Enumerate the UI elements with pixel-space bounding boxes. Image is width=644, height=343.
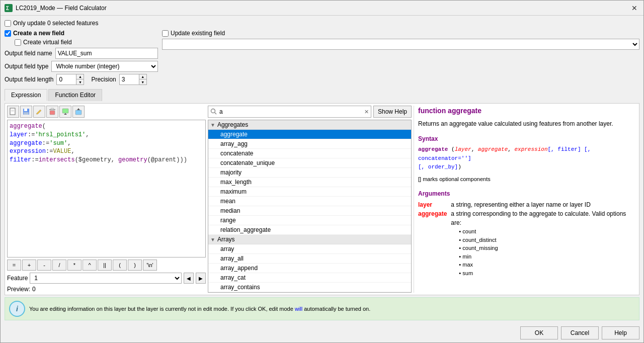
function-tree[interactable]: ▼ Aggregates aggregate array_agg concate… [208, 120, 412, 293]
load-expression-button[interactable] [59, 106, 71, 118]
expression-editor[interactable]: aggregate( layer:='hrsl_points1', aggreg… [7, 120, 206, 258]
help-button[interactable]: Help [602, 326, 639, 339]
tree-item-concatenate-unique[interactable]: concatenate_unique [208, 158, 411, 168]
save-icon [22, 108, 30, 116]
op-minus[interactable]: - [37, 260, 51, 271]
status-text-part1: You are editing information on this laye… [29, 306, 295, 312]
tree-item-array-cat[interactable]: array_cat [208, 273, 411, 283]
edit-expression-button[interactable] [33, 106, 45, 118]
tree-item-array-contains[interactable]: array_contains [208, 283, 411, 292]
spinbox-arrows-length: ▲ ▼ [76, 74, 84, 85]
opt-max: max [459, 261, 637, 269]
op-newline[interactable]: '\n' [143, 260, 157, 271]
delete-icon [48, 108, 56, 116]
help-syntax-close: ) [458, 164, 461, 170]
tree-item-concatenate[interactable]: concatenate [208, 149, 411, 158]
opt-min: min [459, 252, 637, 261]
op-equals[interactable]: = [7, 260, 21, 271]
spinbox-up-precision[interactable]: ▲ [139, 74, 146, 79]
only-update-checkbox-label[interactable]: Only update 0 selected features [5, 20, 98, 27]
arrays-items: array array_all array_append array_cat a… [208, 244, 411, 293]
expr-geom-paren: (@parent))) [147, 156, 187, 163]
arg-aggregate-desc: a string corresponding to the aggregate … [451, 209, 637, 277]
tab-function-editor[interactable]: Function Editor [48, 89, 102, 101]
spinbox-up-length[interactable]: ▲ [76, 74, 84, 79]
show-help-button[interactable]: Show Help [373, 106, 412, 118]
opt-count-distinct: count_distinct [459, 236, 637, 244]
tree-item-range[interactable]: range [208, 216, 411, 225]
close-button[interactable]: ✕ [629, 3, 639, 13]
expr-filter-func: intersects [39, 156, 75, 163]
tree-item-maximum[interactable]: maximum [208, 187, 411, 197]
tab-expression[interactable]: Expression [5, 89, 47, 101]
expr-colon2: := [42, 140, 49, 147]
expr-func-name: aggregate [10, 123, 42, 130]
svg-line-14 [215, 113, 217, 115]
tree-item-array-agg[interactable]: array_agg [208, 139, 411, 149]
expr-aggregate-param: aggregate [10, 140, 42, 147]
create-new-field-checkbox[interactable] [5, 30, 11, 37]
spinbox-down-length[interactable]: ▼ [76, 79, 84, 84]
save-expression-button[interactable] [20, 106, 32, 118]
op-close-paren[interactable]: ) [128, 260, 142, 271]
update-existing-field-label[interactable]: Update existing field [162, 30, 225, 37]
new-expression-button[interactable] [7, 106, 19, 118]
next-feature-button[interactable]: ▶ [196, 273, 206, 284]
function-panel: ✕ Show Help ▼ Aggregates aggregate array… [208, 106, 412, 293]
window-title: LC2019_Mode — Field Calculator [16, 5, 107, 12]
op-concat[interactable]: || [98, 260, 112, 271]
cancel-button[interactable]: Cancel [561, 326, 599, 339]
precision-input[interactable] [119, 74, 139, 85]
op-multiply[interactable]: * [67, 260, 82, 271]
tree-item-array[interactable]: array [208, 244, 411, 254]
help-syntax-orderby: [, order_by] [418, 164, 458, 170]
tree-item-median[interactable]: median [208, 206, 411, 216]
tree-item-array-all[interactable]: array_all [208, 254, 411, 264]
op-plus[interactable]: + [22, 260, 36, 271]
create-virtual-field-checkbox[interactable] [15, 39, 21, 46]
function-search-input[interactable] [219, 108, 363, 115]
search-input-wrap: ✕ [208, 106, 371, 118]
output-field-type-select[interactable]: Whole number (integer) [51, 61, 158, 72]
spinbox-down-precision[interactable]: ▼ [139, 79, 146, 84]
arg-layer-name: layer [418, 200, 451, 209]
tree-item-relation-aggregate[interactable]: relation_aggregate [208, 225, 411, 235]
expr-aggregate-value: 'sum' [49, 140, 67, 147]
op-open-paren[interactable]: ( [113, 260, 127, 271]
update-existing-field-checkbox[interactable] [162, 30, 169, 37]
ok-button[interactable]: OK [520, 326, 558, 339]
tree-item-max-length[interactable]: max_length [208, 178, 411, 187]
op-divide[interactable]: / [52, 260, 66, 271]
help-syntax-aggregate: aggregate [478, 146, 508, 152]
delete-expression-button[interactable] [46, 106, 58, 118]
only-update-checkbox[interactable] [5, 20, 11, 27]
tree-category-aggregates[interactable]: ▼ Aggregates [208, 120, 411, 130]
tree-category-arrays[interactable]: ▼ Arrays [208, 235, 411, 244]
output-field-length-input[interactable] [56, 74, 76, 85]
help-syntax-comma2: , [508, 146, 514, 152]
search-clear-button[interactable]: ✕ [364, 109, 369, 115]
tree-item-aggregate[interactable]: aggregate [208, 130, 411, 139]
spinbox-arrows-precision: ▲ ▼ [139, 74, 147, 85]
titlebar-left: Σ LC2019_Mode — Field Calculator [5, 4, 107, 12]
expr-comma3: , [71, 148, 74, 155]
update-existing-field-select[interactable] [162, 39, 639, 50]
status-bar: i You are editing information on this la… [5, 297, 639, 320]
output-field-type-label: Output field type [5, 63, 48, 70]
op-power[interactable]: ^ [83, 260, 97, 271]
create-new-field-checkbox-label[interactable]: Create a new field [5, 30, 64, 37]
create-virtual-field-label[interactable]: Create virtual field [15, 39, 72, 46]
output-field-name-input[interactable] [55, 48, 158, 59]
feature-select[interactable]: 1 [30, 273, 182, 284]
tree-item-array-append[interactable]: array_append [208, 264, 411, 273]
aggregates-items: aggregate array_agg concatenate concaten… [208, 130, 411, 235]
tree-item-mean[interactable]: mean [208, 197, 411, 206]
tree-item-array-distinct[interactable]: array_distinct [208, 292, 411, 293]
output-field-name-label: Output field name [5, 50, 52, 57]
export-expression-button[interactable] [72, 106, 85, 118]
expression-panel: aggregate( layer:='hrsl_points1', aggreg… [7, 106, 206, 293]
tree-item-majority[interactable]: majority [208, 168, 411, 178]
help-panel: function aggregate Returns an aggregate … [414, 106, 637, 293]
prev-feature-button[interactable]: ◀ [184, 273, 194, 284]
svg-point-13 [211, 109, 215, 113]
